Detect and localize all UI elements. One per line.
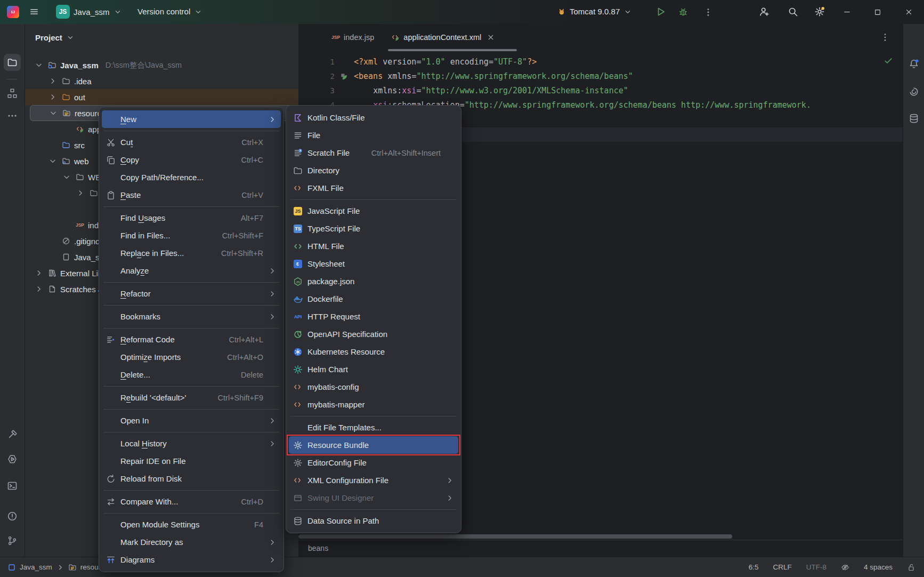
- menu-item-scratch-file[interactable]: Scratch File Ctrl+Alt+Shift+Insert: [289, 144, 458, 162]
- chevron-right-icon[interactable]: [33, 285, 44, 293]
- menu-item-typescript-file[interactable]: TS TypeScript File: [289, 220, 458, 237]
- menu-item-file[interactable]: File: [289, 126, 458, 144]
- chevron-down-icon[interactable]: [33, 61, 44, 69]
- unlocked-icon[interactable]: [907, 563, 915, 572]
- project-tool-icon[interactable]: [4, 54, 21, 71]
- chevron-right-icon[interactable]: [47, 77, 58, 85]
- menu-item-diagrams[interactable]: Diagrams: [102, 551, 281, 568]
- menu-item-javascript-file[interactable]: JS JavaScript File: [289, 202, 458, 220]
- menu-item-find-in-files[interactable]: Find in Files... Ctrl+Shift+F: [102, 227, 281, 244]
- close-button[interactable]: [893, 0, 924, 24]
- menu-item-paste[interactable]: Paste Ctrl+V: [102, 186, 281, 204]
- menu-item-mybatis-mapper[interactable]: mybatis-mapper: [289, 396, 458, 413]
- menu-item-new[interactable]: New: [102, 110, 281, 128]
- chevron-right-icon[interactable]: [33, 269, 44, 277]
- highlighting-off-icon[interactable]: [841, 563, 849, 572]
- close-tab-icon[interactable]: [487, 33, 495, 42]
- vcs-widget[interactable]: Version control: [137, 7, 202, 16]
- more-tool-windows-icon[interactable]: [4, 107, 21, 124]
- menu-item-delete[interactable]: Delete... Delete: [102, 366, 281, 383]
- code-area[interactable]: 1 <?xml version="1.0" encoding="UTF-8"?>…: [298, 55, 903, 113]
- menu-item-helm-chart[interactable]: Helm Chart: [289, 360, 458, 378]
- menu-item-stylesheet[interactable]: 3 Stylesheet: [289, 255, 458, 273]
- build-tool-icon[interactable]: [4, 426, 21, 443]
- chevron-down-icon[interactable]: [47, 109, 59, 117]
- menu-item-xml-configuration-file[interactable]: XML Configuration File: [289, 471, 458, 489]
- debug-button[interactable]: [678, 6, 688, 17]
- menu-item-copy-path-reference[interactable]: Copy Path/Reference...: [102, 169, 281, 186]
- menu-item-reload-from-disk[interactable]: Reload from Disk: [102, 470, 281, 487]
- project-widget[interactable]: JS Java_ssm: [56, 5, 122, 19]
- menu-item-package-json[interactable]: JS package.json: [289, 273, 458, 290]
- file-encoding[interactable]: UTF-8: [806, 563, 826, 571]
- menu-item-editorconfig-file[interactable]: EditorConfig File: [289, 454, 458, 471]
- menu-item-label: Bookmarks: [120, 312, 160, 321]
- code-with-me-icon[interactable]: [759, 6, 769, 17]
- minimize-button[interactable]: [831, 0, 862, 24]
- project-panel-header[interactable]: Project: [25, 24, 298, 51]
- notifications-bell-icon[interactable]: [906, 57, 921, 71]
- menu-item-shortcut: Ctrl+Shift+F: [222, 231, 263, 240]
- tree-item-idea[interactable]: .idea: [25, 73, 298, 89]
- line-separator[interactable]: CRLF: [773, 563, 791, 571]
- breadcrumb-beans[interactable]: beans: [308, 544, 328, 552]
- menu-item-kubernetes-resource[interactable]: Kubernetes Resource: [289, 343, 458, 360]
- menu-item-mybatis-config[interactable]: mybatis-config: [289, 378, 458, 396]
- menu-item-local-history[interactable]: Local History: [102, 435, 281, 452]
- menu-item-replace-in-files[interactable]: Replace in Files... Ctrl+Shift+R: [102, 244, 281, 262]
- run-config-widget[interactable]: Tomcat 9.0.87: [557, 7, 632, 16]
- terminal-tool-icon[interactable]: [4, 477, 21, 494]
- status-breadcrumb[interactable]: Java_ssm resources: [7, 563, 112, 572]
- menu-item-fxml-file[interactable]: FXML File: [289, 179, 458, 197]
- menu-item-refactor[interactable]: Refactor: [102, 285, 281, 302]
- caret-position[interactable]: 6:5: [749, 563, 759, 571]
- horizontal-scrollbar[interactable]: [298, 534, 732, 539]
- menu-item-swing-ui-designer[interactable]: Swing UI Designer: [289, 489, 458, 507]
- services-tool-icon[interactable]: [4, 451, 21, 468]
- indent-setting[interactable]: 4 spaces: [864, 563, 893, 571]
- run-button[interactable]: [655, 6, 666, 17]
- spring-gutter-icon[interactable]: [340, 69, 351, 84]
- tree-item-out[interactable]: out: [25, 89, 298, 105]
- menu-item-repair-ide-on-file[interactable]: Repair IDE on File: [102, 452, 281, 470]
- menu-item-cut[interactable]: Cut Ctrl+X: [102, 133, 281, 151]
- chevron-right-icon[interactable]: [75, 189, 86, 197]
- menu-item-kotlin-class-file[interactable]: Kotlin Class/File: [289, 109, 458, 126]
- chevron-down-icon[interactable]: [47, 157, 58, 165]
- editor-options-icon[interactable]: [880, 33, 890, 42]
- menu-item-data-source-in-path[interactable]: Data Source in Path: [289, 512, 458, 530]
- structure-tool-icon[interactable]: [4, 85, 21, 102]
- menu-item-copy[interactable]: Copy Ctrl+C: [102, 151, 281, 169]
- menu-item-edit-file-templates[interactable]: Edit File Templates...: [289, 419, 458, 436]
- git-tool-icon[interactable]: [4, 532, 21, 549]
- menu-item-mark-directory-as[interactable]: Mark Directory as: [102, 533, 281, 551]
- main-menu-icon[interactable]: [29, 7, 39, 17]
- search-icon[interactable]: [788, 6, 798, 17]
- tree-item-java-ssm[interactable]: Java_ssm D:\ssm整合\Java_ssm: [25, 57, 298, 73]
- menu-item-find-usages[interactable]: Find Usages Alt+F7: [102, 209, 281, 227]
- maximize-button[interactable]: [862, 0, 893, 24]
- tab-applicationcontext-xml[interactable]: applicationContext.xml: [383, 24, 504, 51]
- menu-item-reformat-code[interactable]: Reformat Code Ctrl+Alt+L: [102, 331, 281, 348]
- problems-tool-icon[interactable]: [4, 508, 21, 525]
- chevron-right-icon[interactable]: [47, 93, 58, 101]
- menu-item-directory[interactable]: Directory: [289, 162, 458, 179]
- more-actions-icon[interactable]: [703, 7, 713, 17]
- menu-item-resource-bundle[interactable]: Resource Bundle: [289, 436, 458, 454]
- menu-item-optimize-imports[interactable]: Optimize Imports Ctrl+Alt+O: [102, 348, 281, 366]
- menu-item-openapi-specification[interactable]: OpenAPI Specification: [289, 325, 458, 343]
- menu-item-open-module-settings[interactable]: Open Module Settings F4: [102, 516, 281, 533]
- settings-gear-icon[interactable]: [814, 6, 825, 17]
- menu-item-rebuild-default[interactable]: Rebuild '<default>' Ctrl+Shift+F9: [102, 389, 281, 406]
- menu-item-http-request[interactable]: API HTTP Request: [289, 308, 458, 325]
- ai-assistant-icon[interactable]: [906, 84, 921, 99]
- chevron-down-icon[interactable]: [61, 173, 72, 181]
- menu-item-html-file[interactable]: HTML File: [289, 237, 458, 255]
- menu-item-bookmarks[interactable]: Bookmarks: [102, 308, 281, 325]
- menu-item-open-in[interactable]: Open In: [102, 412, 281, 429]
- menu-item-analyze[interactable]: Analyze: [102, 262, 281, 279]
- menu-item-dockerfile[interactable]: Dockerfile: [289, 290, 458, 308]
- database-tool-icon[interactable]: [906, 111, 921, 126]
- tab-index-jsp[interactable]: JSP index.jsp: [323, 24, 383, 51]
- menu-item-compare-with[interactable]: Compare With... Ctrl+D: [102, 493, 281, 510]
